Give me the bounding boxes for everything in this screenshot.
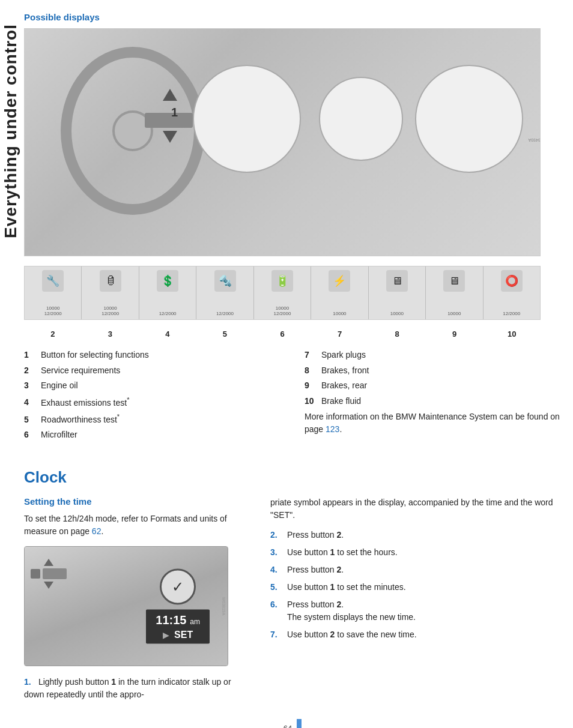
list-num-2: 2 [24,365,36,377]
mini-arrow-up [44,559,53,566]
list-item-1: 1 Button for selecting functions [24,349,280,361]
service-icon-10: ⭕ [501,270,523,292]
step-5: 5. Use button 1 to set the minutes. [270,581,561,594]
num-label-8: 8 [368,329,426,338]
clock-left-col: Setting the time To set the 12h/24h mode… [24,496,252,701]
sidebar: Everything under control [0,0,22,728]
step-1-bold: 1 [111,677,116,687]
clock-right-col: priate symbol appears in the display, ac… [270,496,561,701]
service-item-4: 💲 12/2000 [139,266,196,319]
service-item-3: 🛢 1000012/2000 [82,266,139,319]
list-col-right: 7 Spark plugs 8 Brakes, front 9 Brakes, … [305,349,561,454]
clock-check-icon: ✓ [172,579,184,595]
service-bottom-4: 12/2000 [159,311,177,317]
page-num-bar [297,719,302,728]
service-item-2: 🔧 1000012/2000 [25,266,82,319]
list-text-1: Button for selecting functions [41,349,149,361]
mini-stalk-box1 [31,569,40,579]
list-text-6: Microfilter [41,429,77,441]
service-icon-3: 🛢 [100,270,121,292]
step-6-bold: 2 [337,600,342,609]
number-labels: 2 3 4 5 6 7 8 9 10 [24,329,541,338]
service-bottom-9: 10000 [447,311,461,317]
service-icon-6: 🔋 [271,270,293,292]
clock-title: Clock [24,468,561,487]
num-label-10: 10 [484,329,541,338]
clock-time-line: 11:15 am [156,613,200,627]
list-item-9: 9 Brakes, rear [305,380,561,392]
setting-time-heading: Setting the time [24,496,252,507]
clock-display-inner: ✓ 11:15 am ▶ SET [146,569,210,644]
page-number: 64 [283,724,292,728]
clock-time-display: 11:15 am ▶ SET [146,610,210,644]
service-bottom-2: 1000012/2000 [44,305,62,317]
list-col-left: 1 Button for selecting functions 2 Servi… [24,349,280,454]
list-num-9: 9 [305,380,317,392]
list-num-3: 3 [24,380,36,392]
list-num-1: 1 [24,349,36,361]
num-label-4: 4 [139,329,196,338]
step-num-4: 4. [270,564,282,576]
list-num-10: 10 [305,396,317,408]
list-num-5: 5 [24,414,36,426]
dashboard-inner: 1 W83493A [25,29,540,256]
clock-section: Clock Setting the time To set the 12h/24… [24,468,561,701]
service-item-7: ⚡ 10000 [311,266,368,319]
feature-list: 1 Button for selecting functions 2 Servi… [24,349,561,454]
num-label-2: 2 [24,329,82,338]
list-item-10: 10 Brake fluid [305,396,561,408]
service-strip: 🔧 1000012/2000 🛢 1000012/2000 💲 12/2000 … [24,266,541,320]
step-2: 2. Press button 2. [270,529,561,541]
service-icon-2: 🔧 [42,270,64,292]
num-label-5: 5 [196,329,254,338]
service-icon-7: ⚡ [329,270,350,292]
steps-list: 2. Press button 2. 3. Use button 1 to se… [270,529,561,641]
more-info-link[interactable]: 123 [326,424,339,434]
dashboard-image: 1 W83493A [24,28,541,256]
num-label-9: 9 [426,329,484,338]
service-item-10: ⭕ 12/2000 [484,266,540,319]
step-7-text: Use button 2 to save the new time. [287,628,417,641]
stalk-arrow-up [163,89,177,101]
list-item-7: 7 Spark plugs [305,349,561,361]
list-item-5: 5 Roadworthiness test* [24,412,280,426]
main-content: Possible displays 1 W83493A 🔧 1000012/20… [24,0,561,728]
list-item-8: 8 Brakes, front [305,365,561,377]
step-6: 6. Press button 2. The system displays t… [270,598,561,624]
service-bottom-10: 12/2000 [503,311,520,317]
step-3-bold: 1 [330,547,335,557]
num-label-7: 7 [311,329,369,338]
clock-watermark: W63819A [222,597,226,616]
list-text-8: Brakes, front [321,365,369,377]
service-icon-5: 🔩 [214,270,236,292]
clock-set-label: SET [174,630,193,640]
more-info: More information on the BMW Maintenance … [305,411,561,436]
list-text-10: Brake fluid [321,396,361,408]
gauge-left [193,65,301,173]
clock-set-row: ▶ SET [156,630,200,640]
step-4-bold: 2 [337,565,342,574]
page-number-area: 64 [24,719,561,728]
service-item-9: 🖥 10000 [426,266,483,319]
step-6-text: Press button 2. The system displays the … [287,598,416,624]
mini-stalk-row [31,568,67,579]
step-2-text: Press button 2. [287,529,344,541]
intro-link[interactable]: 62 [92,526,102,536]
step-7: 7. Use button 2 to save the new time. [270,628,561,641]
clock-display: ✓ 11:15 am ▶ SET [24,546,228,666]
step-num-3: 3. [270,546,282,559]
clock-arrow-right: ▶ [163,630,169,640]
list-text-5: Roadworthiness test* [41,412,120,426]
list-item-2: 2 Service requirements [24,365,280,377]
turn-stalk [145,113,193,128]
more-info-suffix: . [339,424,342,434]
step-3-text: Use button 1 to set the hours. [287,546,398,559]
list-num-8: 8 [305,365,317,377]
intro-text: To set the 12h/24h mode, refer to Format… [24,513,252,538]
step-5-bold: 1 [330,582,335,592]
num-label-3: 3 [82,329,139,338]
more-info-text: More information on the BMW Maintenance … [305,412,560,434]
list-num-4: 4 [24,397,36,409]
service-bottom-7: 10000 [333,311,346,317]
service-icon-4: 💲 [157,270,178,292]
